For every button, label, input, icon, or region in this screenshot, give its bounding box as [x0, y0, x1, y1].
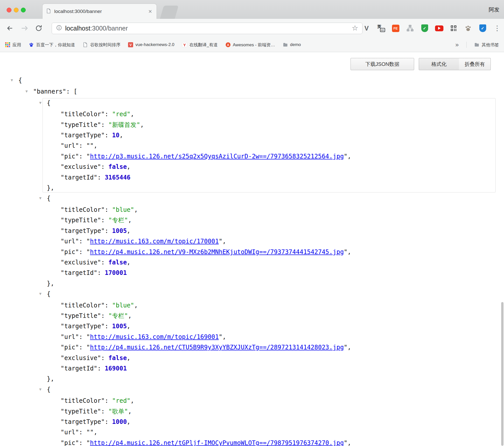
- folder-icon: [474, 42, 479, 47]
- download-json-button[interactable]: 下载JSON数据: [351, 58, 414, 70]
- bookmark-item-google-sort[interactable]: 谷歌按时间排序: [83, 42, 120, 48]
- json-punctuation: ,: [222, 238, 226, 245]
- svg-text:A: A: [227, 43, 229, 47]
- json-url-link[interactable]: http://p3.music.126.net/s25q2x5QyqsAzilC…: [90, 153, 344, 160]
- json-line: "pic": "http://p3.music.126.net/s25q2x5Q…: [0, 151, 504, 162]
- json-key: "typeTitle": [61, 217, 101, 224]
- json-url-link[interactable]: http://music.163.com/m/topic/170001: [90, 238, 219, 245]
- json-punctuation: ,: [119, 132, 123, 139]
- json-number-value: 169001: [105, 365, 127, 372]
- vim-extension-icon[interactable]: V: [362, 24, 371, 33]
- tab-strip: localhost:3000/banner × 阿发: [0, 0, 504, 19]
- bookmark-item-youdao-translate[interactable]: Y 在线翻译_有道: [182, 42, 218, 48]
- fullscreen-window-button[interactable]: [21, 8, 26, 12]
- youdao-icon: Y: [182, 42, 187, 47]
- page-info-icon[interactable]: [56, 25, 62, 32]
- json-punctuation: {: [47, 386, 50, 393]
- reload-button[interactable]: [34, 24, 43, 33]
- json-string-value: "red": [112, 397, 130, 404]
- bookmarks-bar: 应用 百度一下，你就知道 谷歌按时间排序 V vue-hackernews-2.…: [0, 38, 504, 52]
- profile-name[interactable]: 阿发: [489, 6, 499, 13]
- json-empty-string: "": [86, 142, 94, 149]
- collapse-triangle-icon[interactable]: ▼: [39, 384, 47, 395]
- json-url-link[interactable]: http://music.163.com/m/topic/169001: [90, 333, 219, 340]
- bookmark-star-icon[interactable]: ☆: [352, 25, 358, 32]
- json-url-link[interactable]: http://p4.music.126.net/tGPljf-IMOCyPvum…: [90, 439, 344, 446]
- tab-title: localhost:3000/banner: [54, 9, 147, 14]
- json-punctuation: ,: [131, 397, 134, 404]
- json-line: "exclusive": false,: [0, 257, 504, 268]
- json-punctuation: {: [47, 195, 50, 202]
- json-string-value: "歌单": [108, 408, 128, 415]
- bookmark-item-baidu[interactable]: 百度一下，你就知道: [29, 42, 75, 48]
- json-key: "titleColor": [61, 111, 105, 118]
- translate-extension-icon[interactable]: 英en: [377, 24, 385, 33]
- json-punctuation: ": [86, 333, 90, 340]
- extension-icons-area: V 英en FE ✓ ✓ ⋮: [362, 19, 501, 38]
- close-window-button[interactable]: [7, 8, 11, 12]
- bookmark-item-demo[interactable]: demo: [283, 42, 301, 47]
- bookmark-label: 在线翻译_有道: [189, 42, 218, 48]
- forward-button[interactable]: [20, 24, 29, 33]
- back-button[interactable]: [5, 24, 14, 33]
- other-bookmarks-button[interactable]: 其他书签: [474, 42, 499, 48]
- json-line: "targetId": 169001: [0, 363, 504, 374]
- collapse-triangle-icon[interactable]: ▼: [11, 75, 18, 85]
- browser-tab[interactable]: localhost:3000/banner ×: [42, 4, 157, 19]
- tab-close-icon[interactable]: ×: [147, 8, 153, 14]
- json-punctuation: },: [47, 184, 54, 191]
- blue-shield-extension-icon[interactable]: ✓: [478, 24, 487, 33]
- youtube-extension-icon[interactable]: [435, 24, 443, 33]
- collapse-triangle-icon[interactable]: ▼: [39, 289, 47, 299]
- bookmark-item-vue-hackernews[interactable]: V vue-hackernews-2.0: [128, 42, 174, 47]
- apps-grid-icon: [5, 42, 10, 47]
- json-empty-string: "": [86, 429, 94, 436]
- new-tab-button[interactable]: [160, 6, 179, 19]
- json-key: "titleColor": [61, 206, 105, 213]
- json-line: "titleColor": "blue",: [0, 300, 504, 311]
- collapse-triangle-icon[interactable]: ▼: [39, 98, 47, 108]
- json-punctuation: ,: [128, 408, 132, 415]
- json-line: "url": "http://music.163.com/m/topic/170…: [0, 236, 504, 247]
- format-button[interactable]: 格式化: [419, 58, 459, 70]
- paw-extension-icon[interactable]: [464, 24, 472, 33]
- json-line: ▼{: [0, 193, 504, 204]
- json-url-link[interactable]: http://p4.music.126.net/CTU5B9R9y3XyYBZX…: [90, 344, 344, 351]
- json-key: "titleColor": [61, 302, 105, 309]
- address-bar[interactable]: localhost:3000/banner ☆: [52, 23, 362, 34]
- json-key: "exclusive": [61, 354, 101, 362]
- json-punctuation: ,: [127, 227, 130, 234]
- json-punctuation: ,: [127, 163, 130, 170]
- json-punctuation: ": [344, 248, 347, 256]
- json-punctuation: :: [97, 174, 105, 181]
- fe-extension-icon[interactable]: FE: [391, 24, 400, 33]
- json-line: "exclusive": false,: [0, 162, 504, 172]
- bookmarks-overflow-chevron[interactable]: »: [455, 41, 459, 48]
- qrcode-extension-icon[interactable]: [449, 24, 458, 33]
- green-shield-extension-icon[interactable]: ✓: [420, 24, 429, 33]
- json-punctuation: {: [47, 99, 50, 107]
- json-punctuation: :: [105, 302, 112, 309]
- json-url-link[interactable]: http://p4.music.126.net/V9-MXz6b2MNhEKju…: [90, 248, 344, 256]
- json-punctuation: ": [344, 344, 347, 351]
- scrollbar-thumb[interactable]: [501, 302, 503, 446]
- json-line: "titleColor": "red",: [0, 396, 504, 406]
- collapse-triangle-icon[interactable]: ▼: [25, 86, 33, 97]
- collapse-triangle-icon[interactable]: ▼: [39, 193, 47, 203]
- bookmark-item-awesomes[interactable]: A Awesomes - 前端资…: [226, 42, 275, 48]
- json-line: },: [0, 183, 504, 193]
- json-key: "targetType": [61, 323, 105, 330]
- json-number-value: 3165446: [105, 174, 130, 181]
- json-key: "url": [61, 238, 79, 245]
- json-punctuation: :: [79, 429, 86, 436]
- json-punctuation: ,: [140, 121, 144, 128]
- json-punctuation: :: [105, 206, 112, 213]
- browser-menu-icon[interactable]: ⋮: [493, 24, 501, 33]
- minimize-window-button[interactable]: [14, 8, 19, 12]
- json-line: "typeTitle": "新碟首发",: [0, 120, 504, 130]
- json-line: "targetType": 1005,: [0, 321, 504, 332]
- bookmark-item-apps[interactable]: 应用: [5, 42, 21, 48]
- collapse-all-button[interactable]: 折叠所有: [459, 58, 491, 70]
- bookmarks-divider: [466, 42, 467, 48]
- orgchart-extension-icon[interactable]: [406, 24, 414, 33]
